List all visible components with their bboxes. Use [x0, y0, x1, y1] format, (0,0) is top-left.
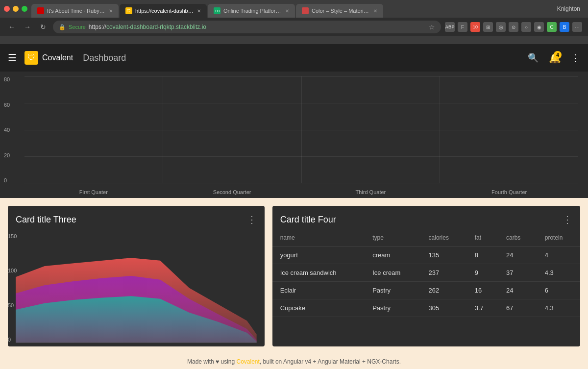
tab-close-ruby[interactable]: ✕	[109, 8, 113, 14]
table-header: name type calories fat carbs protein	[272, 229, 580, 246]
cards-row: Card title Three ⋮ 150 100 50 0	[0, 198, 588, 354]
app-nav: ☰ 🛡 Covalent Dashboard 🔍 🔔 4 ⋮	[0, 44, 588, 72]
card-four-menu[interactable]: ⋮	[563, 214, 572, 225]
cell-fat-1: 9	[467, 264, 498, 282]
area-chart-svg	[16, 233, 257, 343]
search-button[interactable]: 🔍	[527, 52, 539, 64]
cell-protein-0: 4	[537, 246, 580, 264]
more-options-button[interactable]: ⋮	[570, 52, 580, 64]
cell-name-3: Cupcake	[272, 299, 365, 317]
nav-extensions: ABP F 10 ⊞ ◎ ⊙ ○ ◉ C B ⋯	[445, 22, 582, 32]
tab-favicon-ruby	[37, 7, 44, 14]
ext-10[interactable]: 10	[470, 22, 480, 32]
col-calories: calories	[421, 229, 467, 246]
quarter-label-1: First Quater	[79, 189, 108, 195]
cell-protein-3: 4.3	[537, 299, 580, 317]
chart-area: 80 60 40 20 0 First QuaterSecond Quarter…	[0, 72, 588, 198]
app-logo: 🛡 Covalent	[24, 51, 73, 65]
tab-close-trading[interactable]: ✕	[285, 8, 289, 14]
back-button[interactable]: ←	[6, 21, 18, 33]
x-tick-1: ↓	[30, 345, 33, 346]
ext-7[interactable]: B	[560, 22, 569, 32]
tab-close-color[interactable]: ✕	[373, 8, 377, 14]
nav-bar: ← → ↻ 🔒 Secure https://covalent-dashboar…	[0, 18, 588, 36]
chart-section: 80 60 40 20 0 First QuaterSecond Quarter…	[0, 72, 588, 198]
area-x-labels: ↓ ↓ ↓ ↓ ↓	[16, 345, 257, 346]
menu-icon[interactable]: ☰	[8, 52, 17, 64]
ext-6[interactable]: C	[547, 22, 557, 32]
notification-badge: 4	[554, 51, 562, 59]
user-name: Knighton	[557, 5, 584, 12]
card-three-title: Card title Three	[16, 215, 76, 225]
cell-fat-3: 3.7	[467, 299, 498, 317]
footer-text-before: Made with ♥ using	[187, 358, 237, 365]
ext-more[interactable]: ⋯	[572, 22, 582, 32]
table-row: yogurtcream1358244	[272, 246, 580, 264]
tab-close-covalent[interactable]: ✕	[197, 8, 201, 14]
quarter-divider-2	[301, 76, 302, 183]
ext-1[interactable]: ⊞	[483, 22, 493, 32]
table-container[interactable]: name type calories fat carbs protein yog…	[272, 229, 580, 346]
tab-favicon-covalent: 🛡	[125, 7, 132, 14]
cell-calories-1: 237	[421, 264, 467, 282]
address-bar[interactable]: 🔒 Secure https://covalent-dashboard-rlqk…	[53, 21, 441, 33]
url-prefix: https://	[89, 24, 106, 30]
forward-button[interactable]: →	[22, 21, 33, 33]
x-tick-3: ↓	[142, 345, 145, 346]
minimize-button[interactable]	[13, 6, 19, 12]
cell-carbs-3: 67	[498, 299, 537, 317]
cell-name-2: Eclair	[272, 282, 365, 299]
quarter-divider-1	[163, 76, 163, 183]
app-nav-right: 🔍 🔔 4 ⋮	[527, 50, 580, 66]
area-y-50: 50	[8, 302, 17, 308]
card-three-menu[interactable]: ⋮	[247, 214, 257, 225]
col-type: type	[365, 229, 420, 246]
ext-abp[interactable]: ABP	[445, 22, 455, 32]
footer-link[interactable]: Covalent	[236, 358, 259, 365]
x-tick-2: ↓	[86, 345, 89, 346]
y-label-60: 60	[4, 102, 10, 108]
ext-2[interactable]: ◎	[496, 22, 506, 32]
ext-f[interactable]: F	[458, 22, 467, 32]
browser-chrome: It's About Time · Ruby Velle... ✕ 🛡 http…	[0, 0, 588, 44]
tab-color[interactable]: Color – Style – Material Design ✕	[296, 4, 383, 18]
address-url: https://covalent-dashboard-rlqktp.stackb…	[89, 24, 206, 30]
bars-container: First QuaterSecond QuarterThird QuaterFo…	[24, 76, 578, 183]
card-three-header: Card title Three ⋮	[8, 206, 265, 229]
card-four-title: Card title Four	[280, 215, 336, 225]
cell-type-3: Pastry	[365, 299, 420, 317]
secure-icon: 🔒	[59, 24, 66, 30]
maximize-button[interactable]	[22, 6, 27, 12]
y-label-0: 0	[4, 177, 10, 183]
star-icon[interactable]: ☆	[429, 23, 435, 31]
area-chart-y-labels: 150 100 50 0	[8, 233, 17, 343]
ext-3[interactable]: ⊙	[509, 22, 518, 32]
table-body: yogurtcream1358244Ice cream sandwichIce …	[272, 246, 580, 317]
reload-button[interactable]: ↻	[37, 21, 49, 33]
cell-fat-0: 8	[467, 246, 498, 264]
card-four: Card title Four ⋮ name type calories fat…	[272, 206, 580, 346]
tab-trading[interactable]: TD Online Trading Platforms & To... ✕	[208, 4, 295, 18]
secure-label: Secure	[69, 24, 86, 30]
cell-calories-2: 262	[421, 282, 467, 299]
col-protein: protein	[537, 229, 580, 246]
ext-5[interactable]: ◉	[534, 22, 544, 32]
tab-ruby[interactable]: It's About Time · Ruby Velle... ✕	[31, 4, 119, 18]
tab-covalent[interactable]: 🛡 https://covalent-dashboard-rl... ✕	[120, 4, 207, 18]
table-row: Ice cream sandwichIce cream2379374.3	[272, 264, 580, 282]
area-y-0: 0	[8, 337, 17, 343]
area-y-100: 100	[8, 268, 17, 273]
y-label-20: 20	[4, 152, 10, 158]
ext-4[interactable]: ○	[521, 22, 531, 32]
cell-calories-0: 135	[421, 246, 467, 264]
y-label-80: 80	[4, 76, 10, 82]
tab-label-color: Color – Style – Material Design	[312, 8, 370, 14]
card-four-header: Card title Four ⋮	[272, 206, 580, 229]
browser-tabs: It's About Time · Ruby Velle... ✕ 🛡 http…	[31, 0, 553, 18]
notification-button[interactable]: 🔔 4	[547, 50, 563, 66]
x-tick-4: ↓	[198, 345, 200, 346]
close-button[interactable]	[4, 6, 10, 12]
tab-favicon-color	[302, 7, 309, 14]
footer-text-after: , built on Angular v4 + Angular Material…	[260, 358, 401, 365]
cell-name-1: Ice cream sandwich	[272, 264, 365, 282]
